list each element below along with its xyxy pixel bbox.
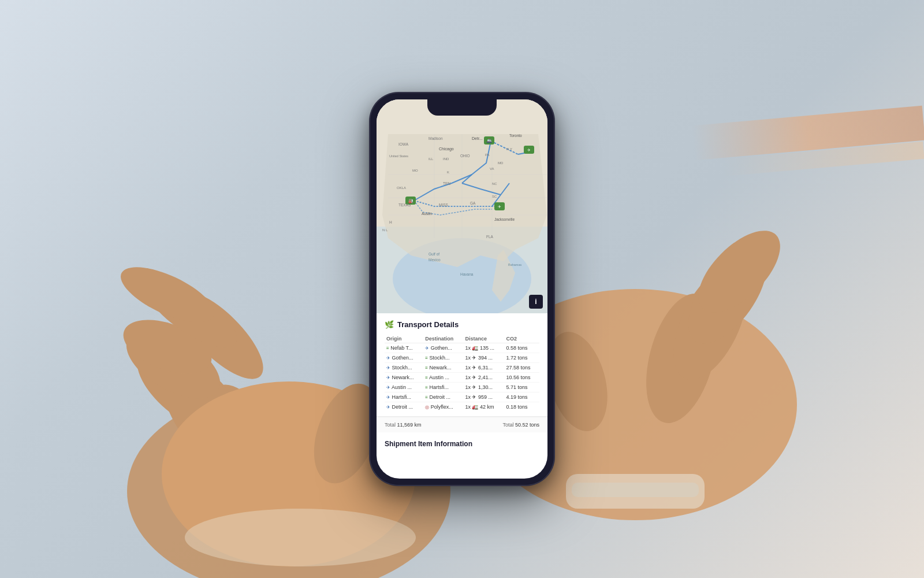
cell-origin: ✈ Austin ... (385, 383, 423, 392)
transport-details-section: 🌿 Transport Details Origin Destination D… (377, 313, 547, 417)
cell-destination: ◎ Polyflex... (423, 402, 463, 412)
table-row: ✈ Newark... ≡ Austin ... 1x ✈ 2,41... 10… (385, 373, 539, 383)
svg-text:Mexico: Mexico (429, 258, 441, 262)
leaf-icon: 🌿 (385, 320, 394, 329)
cell-origin: ✈ Gothen... (385, 353, 423, 363)
cell-origin: ✈ Newark... (385, 373, 423, 383)
svg-text:IOWA: IOWA (398, 142, 409, 146)
svg-text:🚢: 🚢 (486, 138, 492, 143)
svg-text:OHIO: OHIO (460, 154, 470, 158)
cell-destination: ≡ Newark... (423, 363, 463, 373)
map-info-button[interactable]: i (529, 295, 543, 309)
total-distance-label: Total (385, 422, 396, 428)
svg-text:United States: United States (389, 154, 408, 158)
svg-text:GA: GA (470, 201, 476, 205)
svg-text:Gulf of: Gulf of (429, 252, 439, 256)
cell-distance: 1x 🚛 42 km (463, 402, 504, 412)
cell-origin: ✈ Hartsfi... (385, 392, 423, 402)
svg-text:Austin: Austin (422, 212, 432, 216)
table-row: ✈ Gothen... ≡ Stockh... 1x ✈ 394 ... 1.7… (385, 353, 539, 363)
total-co2-label: Total (502, 422, 513, 428)
svg-text:Bahamas: Bahamas (508, 263, 521, 266)
cell-co2: 1.72 tons (505, 353, 539, 363)
transport-header: 🌿 Transport Details (385, 320, 539, 329)
svg-text:OKLA: OKLA (397, 186, 406, 190)
col-origin: Origin (385, 335, 423, 343)
cell-origin: ✈ Stockh... (385, 363, 423, 373)
svg-text:Chicago: Chicago (439, 147, 454, 151)
cell-co2: 0.58 tons (505, 343, 539, 353)
svg-text:N Y: N Y (506, 147, 512, 151)
cell-co2: 5.71 tons (505, 383, 539, 392)
cell-distance: 1x ✈ 1,30... (463, 383, 504, 392)
svg-text:MO: MO (412, 169, 418, 172)
cell-co2: 10.56 tons (505, 373, 539, 383)
svg-text:NC: NC (492, 182, 497, 186)
shipment-title: Shipment Item Information (385, 440, 472, 448)
svg-text:MISS: MISS (439, 203, 449, 207)
table-row: ✈ Hartsfi... ≡ Detroit ... 1x ✈ 959 ... … (385, 392, 539, 402)
svg-text:Havana: Havana (460, 272, 474, 276)
table-row: ✈ Stockh... ≡ Newark... 1x ✈ 6,31... 27.… (385, 363, 539, 373)
svg-text:ILL: ILL (429, 157, 434, 161)
cell-co2: 4.19 tons (505, 392, 539, 402)
table-row: ✈ Austin ... ≡ Hartsfi... 1x ✈ 1,30... 5… (385, 383, 539, 392)
svg-text:K: K (447, 171, 449, 174)
svg-text:FLA: FLA (486, 235, 494, 239)
svg-text:MD: MD (498, 161, 504, 165)
cell-distance: 1x ✈ 394 ... (463, 353, 504, 363)
phone-notch (427, 99, 497, 116)
svg-text:N L: N L (382, 228, 388, 232)
cell-destination: ≡ Austin ... (423, 373, 463, 383)
phone-frame: 🚢 ✈ 🏭 ✈ IOWA Madison Detr... Toronto (370, 92, 554, 486)
total-co2-value: 50.52 (515, 422, 528, 428)
total-distance-value: 11,569 (397, 422, 413, 428)
svg-text:VA: VA (490, 167, 494, 171)
cell-co2: 0.18 tons (505, 402, 539, 412)
svg-text:PA: PA (485, 153, 490, 157)
svg-text:Jacksonville: Jacksonville (494, 217, 515, 221)
transport-title: Transport Details (397, 320, 459, 329)
col-distance: Distance (463, 335, 504, 343)
map-view[interactable]: 🚢 ✈ 🏭 ✈ IOWA Madison Detr... Toronto (377, 99, 547, 313)
col-destination: Destination (423, 335, 463, 343)
map-svg: 🚢 ✈ 🏭 ✈ IOWA Madison Detr... Toronto (377, 99, 547, 313)
cell-origin: ✈ Detroit ... (385, 402, 423, 412)
transport-totals: Total 11,569 km Total 50.52 tons (377, 417, 547, 432)
total-distance: Total 11,569 km (385, 422, 422, 428)
svg-text:IND: IND (443, 157, 449, 161)
transport-table: Origin Destination Distance CO2 ≡ Nefab … (385, 335, 539, 412)
table-row: ✈ Detroit ... ◎ Polyflex... 1x 🚛 42 km 0… (385, 402, 539, 412)
cell-destination: ≡ Hartsfi... (423, 383, 463, 392)
cell-destination: ✈ Gothen... (423, 343, 463, 353)
shipment-section: Shipment Item Information (377, 432, 547, 454)
col-co2: CO2 (505, 335, 539, 343)
cell-distance: 1x 🚛 135 ... (463, 343, 504, 353)
total-co2: Total 50.52 tons (502, 422, 539, 428)
total-co2-unit: tons (530, 422, 539, 428)
cell-distance: 1x ✈ 959 ... (463, 392, 504, 402)
svg-text:✈: ✈ (527, 148, 531, 152)
cell-co2: 27.58 tons (505, 363, 539, 373)
total-distance-unit: km (415, 422, 422, 428)
svg-text:Toronto: Toronto (509, 134, 522, 138)
svg-text:✈: ✈ (498, 205, 501, 209)
svg-text:Madison: Madison (429, 136, 443, 140)
svg-text:H: H (389, 220, 392, 224)
cell-destination: ≡ Stockh... (423, 353, 463, 363)
cell-distance: 1x ✈ 2,41... (463, 373, 504, 383)
cell-destination: ≡ Detroit ... (423, 392, 463, 402)
svg-text:TEN: TEN (443, 181, 450, 186)
svg-text:SC: SC (492, 195, 497, 198)
cell-origin: ≡ Nefab T... (385, 343, 423, 353)
svg-text:TEXAS: TEXAS (398, 203, 411, 207)
svg-text:Detr...: Detr... (472, 136, 483, 140)
table-row: ≡ Nefab T... ✈ Gothen... 1x 🚛 135 ... 0.… (385, 343, 539, 353)
cell-distance: 1x ✈ 6,31... (463, 363, 504, 373)
